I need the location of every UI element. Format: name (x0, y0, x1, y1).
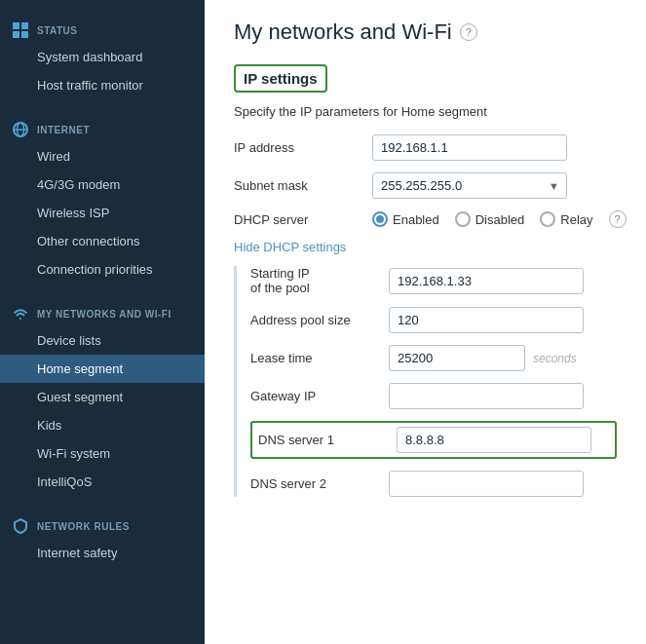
subnet-mask-select[interactable]: 255.255.255.0 255.255.0.0 255.0.0.0 (372, 172, 567, 199)
sidebar-section-network-rules: NETWORK RULES Internet safety (0, 511, 205, 567)
subnet-mask-select-wrapper: 255.255.255.0 255.255.0.0 255.0.0.0 ▼ (372, 172, 567, 199)
sidebar-item-wifi-system[interactable]: Wi-Fi system (0, 439, 205, 468)
dhcp-server-label: DHCP server (234, 212, 361, 227)
sidebar-item-device-lists[interactable]: Device lists (0, 326, 205, 355)
gateway-ip-label: Gateway IP (250, 389, 377, 403)
svg-rect-3 (21, 31, 28, 38)
main-content: My networks and Wi-Fi ? IP settings Spec… (205, 0, 646, 644)
sidebar-item-kids[interactable]: Kids (0, 411, 205, 439)
dns-server2-input[interactable] (389, 471, 584, 497)
globe-icon (12, 121, 29, 138)
dhcp-radio-group: Enabled Disabled Relay ? (372, 210, 627, 228)
sidebar-item-internet-safety[interactable]: Internet safety (0, 539, 205, 567)
sidebar: STATUS System dashboard Host traffic mon… (0, 0, 205, 644)
dns-server1-row: DNS server 1 (250, 421, 617, 459)
lease-time-suffix: seconds (533, 352, 577, 365)
svg-rect-1 (21, 22, 28, 29)
ip-address-row: IP address (234, 134, 617, 161)
section-label-network-rules: NETWORK RULES (37, 521, 130, 532)
section-header-network-rules: NETWORK RULES (0, 511, 205, 539)
dhcp-disabled-label: Disabled (475, 212, 525, 227)
sidebar-item-home-segment[interactable]: Home segment (0, 355, 205, 383)
svg-rect-0 (13, 22, 19, 29)
section-label-internet: INTERNET (37, 125, 90, 135)
sidebar-item-guest-segment[interactable]: Guest segment (0, 383, 205, 411)
lease-time-input[interactable] (389, 345, 525, 371)
dhcp-server-row: DHCP server Enabled Disabled Relay ? (234, 210, 617, 228)
ip-address-label: IP address (234, 140, 361, 155)
dhcp-relay-radio[interactable] (540, 211, 555, 227)
section-header-internet: INTERNET (0, 115, 205, 142)
page-title-text: My networks and Wi-Fi (234, 19, 452, 45)
dns-server2-row: DNS server 2 (250, 471, 617, 497)
wifi-icon (12, 305, 29, 322)
lease-time-row: Lease time seconds (250, 345, 617, 371)
svg-rect-2 (13, 31, 19, 38)
sidebar-item-system-dashboard[interactable]: System dashboard (0, 43, 205, 71)
address-pool-input[interactable] (389, 307, 584, 333)
subnet-mask-row: Subnet mask 255.255.255.0 255.255.0.0 25… (234, 172, 617, 199)
starting-ip-row: Starting IPof the pool (250, 266, 617, 295)
dhcp-enabled-option[interactable]: Enabled (372, 211, 439, 227)
dns-server1-input[interactable] (397, 427, 591, 453)
dhcp-help-icon[interactable]: ? (609, 210, 627, 228)
ip-settings-title: IP settings (244, 70, 318, 87)
dhcp-settings-block: Starting IPof the pool Address pool size… (234, 266, 617, 497)
dns-server2-label: DNS server 2 (250, 476, 377, 491)
sidebar-section-networks: MY NETWORKS AND WI-FI Device lists Home … (0, 299, 205, 496)
dhcp-enabled-dot (376, 215, 384, 223)
ip-settings-subtitle: Specify the IP parameters for Home segme… (234, 104, 617, 119)
gateway-ip-input[interactable] (389, 383, 584, 409)
sidebar-section-status: STATUS System dashboard Host traffic mon… (0, 16, 205, 99)
ip-address-input[interactable] (372, 134, 567, 161)
page-title-help-icon[interactable]: ? (460, 23, 477, 41)
address-pool-row: Address pool size (250, 307, 617, 333)
grid-icon (12, 21, 29, 39)
sidebar-item-connection-priorities[interactable]: Connection priorities (0, 255, 205, 284)
subnet-mask-label: Subnet mask (234, 178, 361, 193)
sidebar-item-wired[interactable]: Wired (0, 142, 205, 170)
shield-icon (12, 517, 29, 535)
sidebar-section-internet: INTERNET Wired 4G/3G modem Wireless ISP … (0, 115, 205, 284)
sidebar-item-other-connections[interactable]: Other connections (0, 227, 205, 255)
dhcp-relay-label: Relay (560, 212, 592, 227)
sidebar-item-wireless-isp[interactable]: Wireless ISP (0, 199, 205, 227)
sidebar-item-intelliqos[interactable]: IntelliQoS (0, 468, 205, 496)
starting-ip-label: Starting IPof the pool (250, 266, 377, 295)
lease-time-field-group: seconds (389, 345, 577, 371)
dhcp-disabled-radio[interactable] (455, 211, 471, 227)
address-pool-label: Address pool size (250, 313, 377, 327)
dns-server1-label: DNS server 1 (258, 433, 385, 447)
section-header-networks: MY NETWORKS AND WI-FI (0, 299, 205, 326)
dhcp-relay-option[interactable]: Relay (540, 211, 592, 227)
dhcp-enabled-label: Enabled (393, 212, 439, 227)
section-label-networks: MY NETWORKS AND WI-FI (37, 309, 171, 320)
dhcp-enabled-radio[interactable] (372, 211, 388, 227)
lease-time-label: Lease time (250, 351, 377, 365)
hide-dhcp-link[interactable]: Hide DHCP settings (234, 240, 346, 254)
dhcp-disabled-option[interactable]: Disabled (455, 211, 525, 227)
section-header-status: STATUS (0, 16, 205, 43)
section-label-status: STATUS (37, 25, 78, 36)
sidebar-item-4g-modem[interactable]: 4G/3G modem (0, 170, 205, 199)
starting-ip-input[interactable] (389, 268, 584, 294)
sidebar-item-host-traffic-monitor[interactable]: Host traffic monitor (0, 71, 205, 99)
ip-settings-card: IP settings (234, 64, 327, 93)
page-title-container: My networks and Wi-Fi ? (234, 19, 617, 45)
gateway-ip-row: Gateway IP (250, 383, 617, 409)
